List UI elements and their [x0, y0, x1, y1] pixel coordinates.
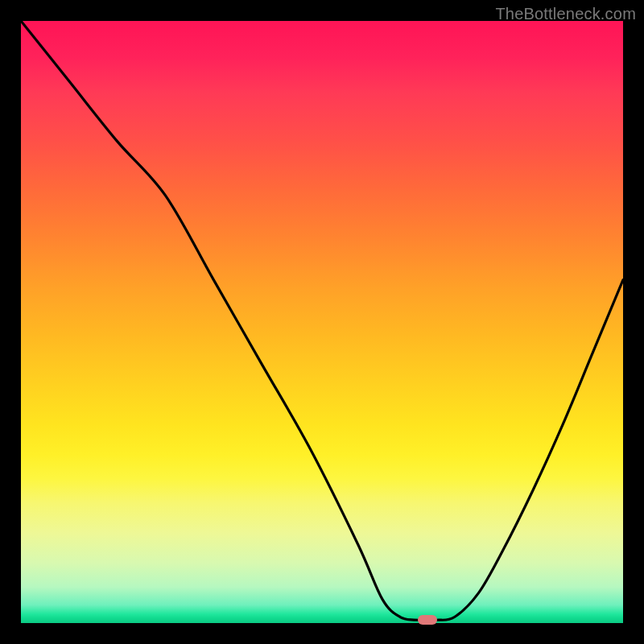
chart-container: TheBottleneck.com — [0, 0, 644, 644]
bottleneck-curve — [21, 21, 623, 623]
plot-area — [21, 21, 623, 623]
watermark: TheBottleneck.com — [495, 5, 636, 23]
optimal-marker — [418, 615, 437, 625]
